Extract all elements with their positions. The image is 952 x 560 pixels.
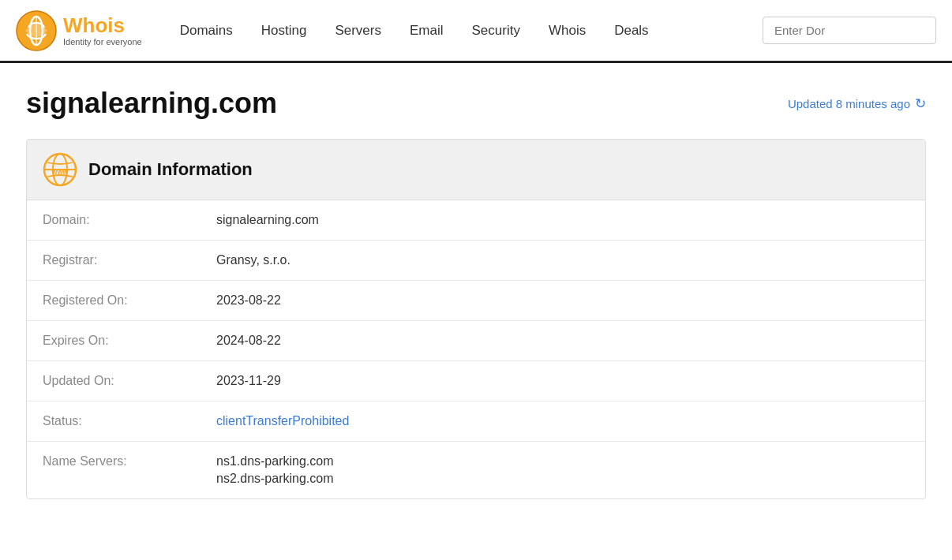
value-name-servers: ns1.dns-parking.com ns2.dns-parking.com — [201, 442, 925, 499]
label-status: Status: — [27, 401, 201, 442]
search-input[interactable] — [763, 17, 936, 44]
nav-hosting[interactable]: Hosting — [247, 0, 321, 62]
table-row: Expires On: 2024-08-22 — [27, 321, 925, 361]
nameserver-1: ns1.dns-parking.com — [216, 454, 909, 469]
www-icon: www — [43, 152, 77, 187]
nav-domains[interactable]: Domains — [166, 0, 247, 62]
refresh-icon[interactable]: ↻ — [915, 95, 926, 112]
updated-info: Updated 8 minutes ago ↻ — [788, 95, 926, 112]
label-registrar: Registrar: — [27, 241, 201, 281]
main-content: signalearning.com Updated 8 minutes ago … — [10, 63, 942, 531]
table-row: Domain: signalearning.com — [27, 200, 925, 241]
nav-whois[interactable]: Whois — [534, 0, 600, 62]
svg-text:www: www — [51, 168, 69, 176]
value-status: clientTransferProhibited — [201, 401, 925, 442]
table-row: Registrar: Gransy, s.r.o. — [27, 241, 925, 281]
status-link[interactable]: clientTransferProhibited — [216, 414, 349, 427]
table-row: Registered On: 2023-08-22 — [27, 281, 925, 321]
search-wrap — [763, 17, 936, 44]
nav-security[interactable]: Security — [458, 0, 534, 62]
value-updated-on: 2023-11-29 — [201, 361, 925, 401]
value-registered-on: 2023-08-22 — [201, 281, 925, 321]
nav-deals[interactable]: Deals — [600, 0, 662, 62]
table-row: Updated On: 2023-11-29 — [27, 361, 925, 401]
label-expires-on: Expires On: — [27, 321, 201, 361]
domain-info-table: Domain: signalearning.com Registrar: Gra… — [27, 200, 925, 498]
updated-text: Updated 8 minutes ago — [788, 97, 910, 110]
label-updated-on: Updated On: — [27, 361, 201, 401]
logo-text: Whois Identity for everyone — [63, 14, 142, 47]
label-domain: Domain: — [27, 200, 201, 241]
card-header: www Domain Information — [27, 140, 925, 200]
nameserver-2: ns2.dns-parking.com — [216, 472, 909, 486]
nav-servers[interactable]: Servers — [320, 0, 395, 62]
domain-info-card: www Domain Information Domain: signalear… — [26, 139, 926, 499]
logo-tagline: Identity for everyone — [63, 37, 142, 47]
main-nav: Domains Hosting Servers Email Security W… — [166, 0, 763, 62]
brand-name: Whois — [63, 14, 142, 37]
table-row: Status: clientTransferProhibited — [27, 401, 925, 442]
domain-title-row: signalearning.com Updated 8 minutes ago … — [26, 87, 926, 120]
label-name-servers: Name Servers: — [27, 442, 201, 499]
table-row: Name Servers: ns1.dns-parking.com ns2.dn… — [27, 442, 925, 499]
logo-icon — [16, 10, 57, 51]
card-header-title: Domain Information — [88, 159, 253, 180]
value-domain: signalearning.com — [201, 200, 925, 241]
value-registrar: Gransy, s.r.o. — [201, 241, 925, 281]
label-registered-on: Registered On: — [27, 281, 201, 321]
value-expires-on: 2024-08-22 — [201, 321, 925, 361]
nav-email[interactable]: Email — [395, 0, 458, 62]
nameserver-list: ns1.dns-parking.com ns2.dns-parking.com — [216, 454, 909, 486]
header: Whois Identity for everyone Domains Host… — [0, 0, 952, 63]
logo-link[interactable]: Whois Identity for everyone — [16, 10, 142, 51]
domain-title: signalearning.com — [26, 87, 277, 120]
